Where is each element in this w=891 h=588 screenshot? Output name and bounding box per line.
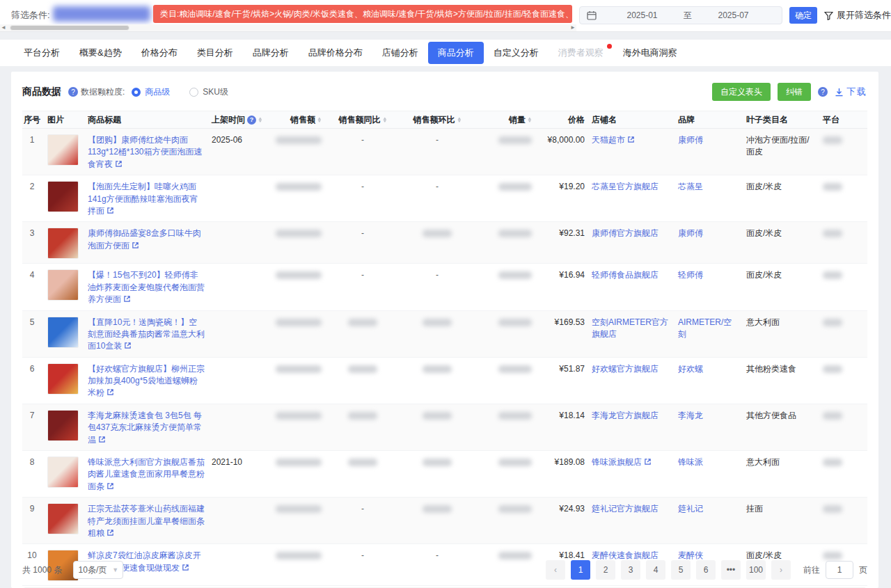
external-link-icon[interactable] [124, 342, 132, 349]
goto-page-input[interactable] [826, 561, 853, 579]
shop-link[interactable]: 麦醉侠速食旗舰店 [592, 550, 659, 560]
column-help-icon[interactable]: ? [247, 116, 256, 125]
sort-icon[interactable]: ▲▼ [527, 117, 533, 122]
external-link-icon[interactable] [107, 388, 114, 396]
column-header-销售额同比[interactable]: 销售额同比▲▼ [327, 114, 402, 126]
product-image[interactable] [47, 410, 79, 441]
filter-horizontal-scrollbar[interactable]: ◄ ► [0, 24, 576, 31]
error-correction-button[interactable]: 纠错 [778, 83, 811, 101]
sort-icon[interactable]: ▲▼ [258, 117, 263, 122]
customize-header-button[interactable]: 自定义表头 [712, 83, 771, 101]
radio-sku-level[interactable]: SKU级 [189, 86, 228, 98]
scrollbar-thumb[interactable] [10, 25, 129, 31]
tab-品牌价格分布[interactable]: 品牌价格分布 [299, 42, 372, 64]
shop-link[interactable]: 康师傅官方旗舰店 [592, 228, 659, 238]
column-header-销售额环比[interactable]: 销售额环比▲▼ [402, 114, 476, 126]
tab-海外电商洞察[interactable]: 海外电商洞察 [613, 42, 687, 64]
product-image[interactable] [47, 317, 79, 348]
column-header-销量[interactable]: 销量▲▼ [476, 114, 537, 126]
tab-店铺分析[interactable]: 店铺分析 [372, 42, 428, 64]
column-header-上架时间[interactable]: 上架时间?▲▼ [210, 114, 265, 126]
brand-link[interactable]: 芯蒸呈 [678, 182, 703, 191]
external-link-icon[interactable] [107, 482, 114, 490]
page-button-100[interactable]: 100 [746, 560, 766, 580]
brand-link[interactable]: 好欢螺 [678, 364, 703, 374]
tab-概要&趋势[interactable]: 概要&趋势 [70, 42, 132, 64]
external-link-icon[interactable] [123, 295, 131, 303]
shop-link[interactable]: 好欢螺官方旗舰店 [592, 364, 659, 374]
product-title-link[interactable]: 【直降10元！送陶瓷碗！】空刻意面经典番茄肉酱常温意大利面10盒装 [88, 317, 205, 351]
product-image[interactable] [47, 134, 79, 166]
product-title-link[interactable]: 康师傅御品盛宴8盒多口味牛肉泡面方便面 [88, 228, 201, 250]
shop-link[interactable]: 芯蒸呈官方旗舰店 [592, 182, 659, 191]
expand-filters-button[interactable]: 展开筛选条件 [824, 9, 891, 22]
shop-link[interactable]: 天猫超市 [592, 135, 625, 145]
product-image[interactable] [47, 228, 79, 259]
download-help-icon[interactable]: ? [818, 87, 828, 97]
page-button-2[interactable]: 2 [596, 560, 615, 580]
external-link-icon[interactable] [132, 241, 139, 249]
tab-品牌分析[interactable]: 品牌分析 [243, 42, 299, 64]
page-size-select[interactable]: 10条/页 ▼ [73, 561, 123, 579]
tab-商品分析[interactable]: 商品分析 [428, 42, 484, 64]
sort-icon[interactable]: ▲▼ [457, 117, 462, 122]
sort-icon[interactable]: ▲▼ [317, 117, 322, 122]
tab-平台分析[interactable]: 平台分析 [14, 42, 70, 64]
tab-自定义分析[interactable]: 自定义分析 [484, 42, 549, 64]
tab-类目分析[interactable]: 类目分析 [187, 42, 243, 64]
external-link-icon[interactable] [115, 160, 123, 168]
shop-link[interactable]: 空刻AIRMETER官方旗舰店 [592, 317, 668, 339]
tab-价格分布[interactable]: 价格分布 [132, 42, 187, 64]
product-image[interactable] [47, 181, 79, 212]
product-image[interactable] [47, 363, 79, 395]
scroll-right-arrow-icon[interactable]: ► [569, 24, 576, 31]
scroll-left-arrow-icon[interactable]: ◄ [0, 24, 7, 31]
download-button[interactable]: 下载 [835, 86, 867, 98]
brand-link[interactable]: 康师傅 [678, 135, 703, 145]
cell-leaf-category: 挂面 [745, 503, 821, 539]
product-image[interactable] [47, 456, 79, 488]
shop-link[interactable]: 李海龙官方旗舰店 [592, 411, 659, 420]
date-range-picker[interactable]: 2025-01 至 2025-07 [579, 6, 782, 24]
external-link-icon[interactable] [107, 529, 114, 537]
page-button-1[interactable]: 1 [571, 560, 590, 580]
external-link-icon[interactable] [107, 207, 114, 214]
next-page-button[interactable]: › [771, 560, 791, 580]
product-title-link[interactable]: 正宗无盐茯苓薏米山药线面福建特产龙须面挂面儿童早餐细面条粗粮 [88, 504, 205, 538]
brand-link[interactable]: 轻师傅 [678, 270, 703, 280]
shop-link[interactable]: 锋味派旗舰店 [592, 457, 642, 467]
brand-link[interactable]: 麦醉侠 [678, 550, 703, 560]
external-link-icon[interactable] [644, 458, 652, 466]
radio-product-level[interactable]: 商品级 [132, 86, 170, 98]
confirm-button[interactable]: 确定 [789, 7, 817, 24]
product-title-link[interactable]: 【团购】康师傅红烧牛肉面113g*12桶*130箱方便面泡面速食宵夜 [88, 135, 203, 169]
product-title-link[interactable]: 【好欢螺官方旗舰店】柳州正宗加辣加臭400g*5袋地道螺蛳粉米粉 [88, 364, 205, 398]
brand-link[interactable]: 康师傅 [678, 228, 703, 238]
product-title-link[interactable]: 【泡面先生定制】哇噻火鸡面141g方便面酷辣哇塞泡面夜宵拌面 [88, 182, 198, 216]
external-link-icon[interactable] [98, 436, 106, 443]
page-ellipsis[interactable]: ••• [721, 560, 741, 580]
shop-link[interactable]: 轻师傅食品旗舰店 [592, 270, 659, 280]
external-link-icon[interactable] [627, 136, 635, 143]
page-button-5[interactable]: 5 [671, 560, 691, 580]
shop-link[interactable]: 筵礼记官方旗舰店 [592, 504, 659, 514]
granularity-help-icon[interactable]: ? [68, 87, 78, 97]
product-image[interactable] [47, 269, 79, 301]
cell-seq: 3 [22, 228, 46, 259]
date-end-value[interactable]: 2025-07 [692, 10, 775, 20]
sort-icon[interactable]: ▲▼ [382, 117, 388, 122]
brand-link[interactable]: 筵礼记 [678, 504, 703, 514]
tab-消费者观察[interactable]: 消费者观察 [549, 42, 613, 64]
prev-page-button[interactable]: ‹ [546, 560, 565, 580]
page-button-6[interactable]: 6 [696, 560, 716, 580]
brand-link[interactable]: 锋味派 [678, 457, 703, 467]
product-image[interactable] [47, 503, 79, 534]
brand-link[interactable]: AIRMETER/空刻 [678, 317, 732, 339]
brand-link[interactable]: 李海龙 [678, 411, 703, 420]
page-button-4[interactable]: 4 [646, 560, 665, 580]
date-start-value[interactable]: 2025-01 [601, 10, 684, 20]
column-header-销售额[interactable]: 销售额▲▼ [265, 114, 327, 126]
product-title-link[interactable]: 锋味派意大利面官方旗舰店番茄肉酱儿童速食意面家用早餐意粉面条 [88, 457, 205, 491]
product-title-link[interactable]: 【爆！15包不到20】轻师傅非油炸荞麦面全麦饱腹代餐泡面营养方便面 [88, 270, 205, 304]
page-button-3[interactable]: 3 [621, 560, 640, 580]
